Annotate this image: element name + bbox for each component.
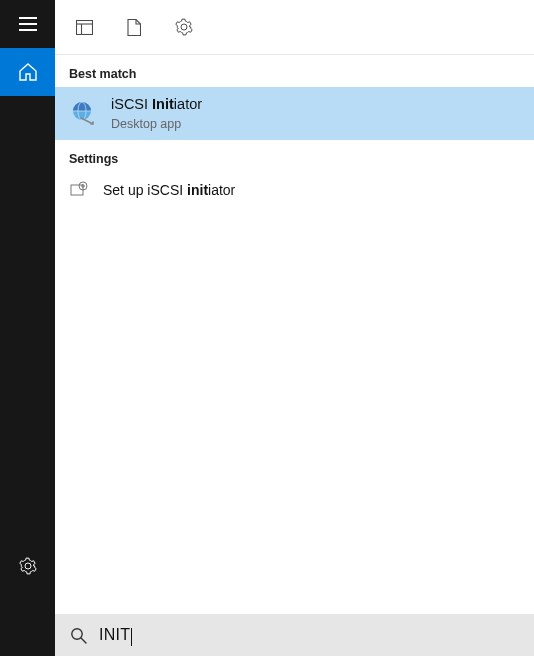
result-title: iSCSI Initiator: [111, 95, 202, 114]
document-icon: [127, 19, 141, 36]
iscsi-app-icon: [69, 100, 97, 128]
hamburger-button[interactable]: [0, 0, 55, 48]
title-prefix: Set up iSCSI: [103, 182, 187, 198]
hamburger-icon: [19, 17, 37, 31]
rail-settings-button[interactable]: [0, 542, 55, 590]
title-suffix: iator: [174, 96, 202, 112]
filters-row: [55, 0, 534, 55]
title-bold: init: [187, 182, 208, 198]
result-title: Set up iSCSI initiator: [103, 181, 235, 199]
filter-apps-button[interactable]: [74, 17, 94, 37]
start-search-panel: Best match iSCSI Initiator Desktop app S…: [0, 0, 534, 656]
query-text: INIT: [99, 626, 130, 644]
svg-rect-3: [76, 20, 92, 34]
title-suffix: iator: [208, 182, 235, 198]
result-text: iSCSI Initiator Desktop app: [111, 95, 202, 132]
svg-rect-0: [19, 17, 37, 19]
text-caret: [131, 628, 132, 646]
rail-spacer: [0, 96, 55, 542]
search-box[interactable]: INIT: [55, 614, 534, 656]
search-results-pane: Best match iSCSI Initiator Desktop app S…: [55, 0, 534, 656]
result-text: Set up iSCSI initiator: [103, 181, 235, 199]
filter-documents-button[interactable]: [124, 17, 144, 37]
section-settings: Settings: [55, 140, 534, 172]
title-bold: Init: [152, 96, 174, 112]
search-query: INIT: [99, 626, 132, 644]
gear-icon: [175, 18, 193, 36]
svg-rect-1: [19, 23, 37, 25]
result-subtitle: Desktop app: [111, 116, 202, 132]
search-icon: [69, 626, 87, 644]
result-iscsi-initiator[interactable]: iSCSI Initiator Desktop app: [55, 87, 534, 140]
section-best-match: Best match: [55, 55, 534, 87]
gear-icon: [19, 557, 37, 575]
title-prefix: iSCSI: [111, 96, 152, 112]
result-setup-iscsi[interactable]: Set up iSCSI initiator: [55, 172, 534, 208]
svg-line-13: [81, 638, 86, 643]
home-button[interactable]: [0, 48, 55, 96]
filter-settings-button[interactable]: [174, 17, 194, 37]
apps-icon: [76, 20, 93, 35]
left-rail: [0, 0, 55, 656]
home-icon: [19, 63, 37, 81]
settings-item-icon: [69, 180, 89, 200]
svg-rect-2: [19, 29, 37, 31]
